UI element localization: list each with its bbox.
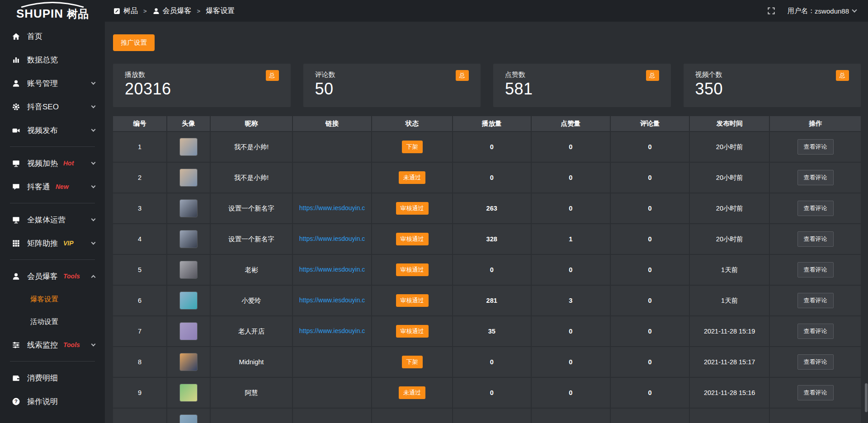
breadcrumb-item-current: 爆客设置 [206, 6, 235, 16]
row-comments: 0 [610, 193, 689, 224]
row-comments: 0 [610, 316, 689, 347]
breadcrumb-item-member[interactable]: 会员爆客 [152, 6, 192, 16]
status-badge: 未通过 [399, 171, 425, 184]
row-likes: 0 [531, 377, 610, 408]
sidebar-item-account-mgmt[interactable]: 账号管理 [0, 71, 105, 95]
sidebar-item-member-baoke[interactable]: 会员爆客 Tools [0, 264, 105, 288]
sidebar-item-douketong[interactable]: 抖客通 New [0, 175, 105, 198]
sliders-icon [12, 341, 20, 349]
sidebar-item-data-overview[interactable]: 数据总览 [0, 48, 105, 71]
promotion-settings-button[interactable]: 推广设置 [113, 34, 155, 51]
total-badge: 总 [266, 70, 279, 81]
sidebar-item-home[interactable]: 首页 [0, 24, 105, 48]
view-comments-button[interactable]: 查看评论 [797, 385, 834, 400]
row-nickname: 老人开店 [210, 316, 292, 347]
row-publish-time: 1天前 [689, 254, 769, 285]
fullscreen-icon[interactable] [767, 6, 776, 15]
stat-label: 点赞数 [505, 70, 659, 79]
row-nickname: 我不是小帅! [210, 162, 292, 193]
sidebar-item-label: 全媒体运营 [27, 215, 66, 225]
user-menu[interactable]: 用户名： zswodun88 [788, 7, 856, 15]
view-comments-button[interactable]: 查看评论 [797, 231, 834, 247]
table-row: 8 Midnight 下架 0 0 0 2021-11-28 15:17 查看评… [113, 347, 861, 377]
row-plays [453, 408, 531, 423]
breadcrumb-label: 爆客设置 [206, 6, 235, 16]
avatar [179, 414, 198, 423]
row-id: 3 [113, 193, 167, 224]
row-likes: 0 [531, 193, 610, 224]
videos-table: 编号 头像 昵称 链接 状态 播放量 点赞量 评论量 发布时间 操作 1 我不是… [113, 116, 861, 423]
table-row: 4 设置一个新名字 https://www.iesdouyin.c 审核通过 3… [113, 224, 861, 254]
row-nickname: 我不是小帅! [210, 132, 292, 162]
chevron-down-icon [91, 183, 96, 188]
view-comments-button[interactable]: 查看评论 [797, 201, 834, 216]
sidebar-item-douyin-seo[interactable]: 抖音SEO [0, 95, 105, 118]
row-publish-time: 2021-11-28 15:17 [689, 347, 769, 377]
sidebar-item-video-publish[interactable]: 视频发布 [0, 118, 105, 142]
sidebar-item-label: 矩阵助推 [27, 238, 58, 249]
stat-cards: 播放数 20316 总 评论数 50 总 点赞数 581 总 视频个数 350 … [113, 64, 861, 107]
row-link[interactable]: https://www.iesdouyin.c [299, 266, 365, 273]
sidebar-item-label: 首页 [27, 31, 42, 42]
sidebar-item-label: 抖音SEO [27, 102, 59, 112]
scrollbar-thumb[interactable] [865, 383, 868, 412]
row-publish-time: 1天前 [689, 285, 769, 316]
row-likes: 1 [531, 224, 610, 254]
sidebar-subitem-activity-settings[interactable]: 活动设置 [0, 310, 105, 333]
stat-card-comments: 评论数 50 总 [303, 64, 481, 107]
row-plays: 0 [453, 377, 531, 408]
sidebar-divider [10, 361, 95, 362]
username-label: 用户名： [788, 7, 815, 15]
app-logo[interactable]: SHUPIN 树品 [0, 0, 105, 22]
sidebar-item-label: 数据总览 [27, 55, 58, 65]
stat-value: 20316 [125, 80, 279, 99]
sidebar-divider [10, 259, 95, 260]
sidebar-subitem-baoke-settings[interactable]: 爆客设置 [0, 288, 105, 310]
table-row: 9 阿慧 未通过 0 0 0 2021-11-28 15:16 查看评论 [113, 377, 861, 408]
row-likes: 3 [531, 285, 610, 316]
avatar [179, 384, 198, 402]
status-badge: 审核通过 [396, 233, 429, 245]
svg-text:?: ? [14, 399, 18, 404]
total-badge: 总 [646, 70, 659, 81]
row-nickname: 老彬 [210, 254, 292, 285]
sidebar-item-omnimedia[interactable]: 全媒体运营 [0, 208, 105, 231]
chevron-down-icon [91, 240, 96, 244]
row-link[interactable]: https://www.iesdouyin.c [299, 204, 365, 212]
view-comments-button[interactable]: 查看评论 [797, 139, 834, 155]
sidebar-item-consumption-detail[interactable]: 消费明细 [0, 366, 105, 390]
username-value: zswodun88 [815, 7, 849, 15]
sidebar-item-label: 视频发布 [27, 125, 58, 136]
row-link[interactable]: https://www.iesdouyin.c [299, 235, 365, 242]
video-camera-icon [12, 126, 20, 135]
user-icon [12, 79, 20, 88]
monitor-icon [12, 216, 20, 224]
bar-chart-icon [12, 56, 20, 64]
vip-badge: VIP [63, 240, 74, 247]
row-link[interactable]: https://www.iesdouyin.c [299, 296, 365, 304]
row-plays: 328 [453, 224, 531, 254]
row-comments: 0 [610, 132, 689, 162]
row-likes: 0 [531, 132, 610, 162]
top-header: SHUPIN 树品 树品 > 会员爆客 > 爆客设置 用户名： zswodun [0, 0, 868, 22]
table-row [113, 408, 861, 423]
sidebar-item-instructions[interactable]: ? 操作说明 [0, 390, 105, 413]
chevron-up-icon [91, 275, 96, 280]
view-comments-button[interactable]: 查看评论 [797, 262, 834, 277]
view-comments-button[interactable]: 查看评论 [797, 354, 834, 370]
row-link[interactable]: https://www.iesdouyin.c [299, 327, 365, 334]
sidebar-item-video-heating[interactable]: 视频加热 Hot [0, 151, 105, 175]
row-publish-time: 2021-11-28 15:19 [689, 316, 769, 347]
view-comments-button[interactable]: 查看评论 [797, 324, 834, 339]
breadcrumb-item-home[interactable]: 树品 [113, 6, 138, 16]
sidebar-item-matrix-boost[interactable]: 矩阵助推 VIP [0, 231, 105, 255]
row-plays: 35 [453, 316, 531, 347]
sidebar-item-lead-monitor[interactable]: 线索监控 Tools [0, 333, 105, 357]
view-comments-button[interactable]: 查看评论 [797, 170, 834, 185]
view-comments-button[interactable]: 查看评论 [797, 293, 834, 308]
row-plays: 0 [453, 254, 531, 285]
chevron-down-icon [91, 342, 96, 346]
row-nickname: 阿慧 [210, 377, 292, 408]
row-nickname: 设置一个新名字 [210, 193, 292, 224]
status-badge: 审核通过 [396, 294, 429, 307]
